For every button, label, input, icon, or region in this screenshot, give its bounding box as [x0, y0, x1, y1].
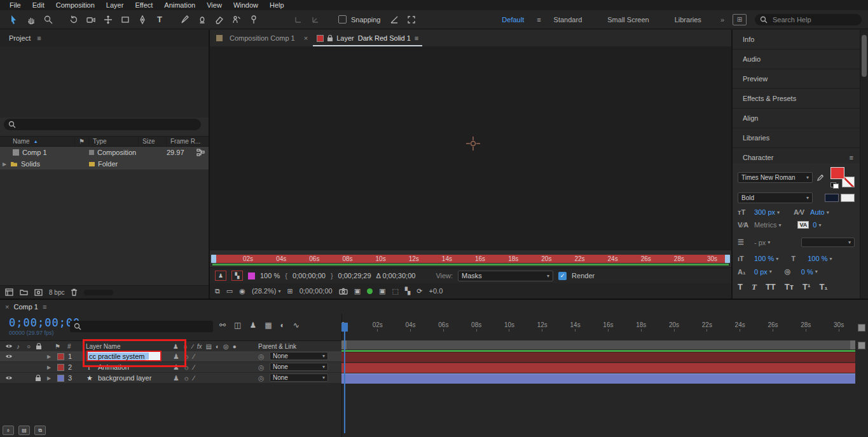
- scrollbar-thumb[interactable]: [862, 35, 867, 77]
- menu-item[interactable]: Help: [264, 0, 290, 10]
- help-search-input[interactable]: [771, 15, 850, 24]
- menu-item[interactable]: Layer: [100, 0, 130, 10]
- parent-pickwhip-icon[interactable]: ◎: [258, 373, 265, 383]
- exposure-value[interactable]: +0.0: [429, 287, 443, 295]
- lock-icon[interactable]: [36, 373, 41, 383]
- parent-select[interactable]: None ▾: [270, 363, 328, 371]
- menu-item[interactable]: Edit: [27, 0, 50, 10]
- tracking-metrics-value[interactable]: Metrics▾: [754, 221, 781, 229]
- work-area-end-handle[interactable]: [725, 255, 730, 263]
- label-color-swatch[interactable]: [57, 373, 64, 383]
- panel-header[interactable]: Audio: [733, 50, 860, 69]
- font-size-value[interactable]: 300 px▾: [754, 208, 780, 216]
- quality-toggle-icon[interactable]: ∕: [193, 353, 195, 360]
- render-checkbox[interactable]: ✓: [558, 272, 567, 280]
- set-black-swatch[interactable]: [825, 194, 839, 202]
- parent-select[interactable]: None ▾: [270, 352, 328, 360]
- label-color-swatch[interactable]: [57, 362, 64, 372]
- in-time[interactable]: 0;00;00;00: [293, 272, 326, 279]
- pan-behind-tool-icon[interactable]: [100, 12, 116, 27]
- solo-icon[interactable]: ○: [27, 341, 31, 351]
- project-search-input[interactable]: [20, 120, 149, 129]
- transparency-grid-icon[interactable]: ▚: [405, 287, 410, 295]
- type-tool-icon[interactable]: T: [152, 12, 167, 27]
- label-color-swatch[interactable]: [57, 351, 64, 361]
- composition-mini-flowchart-icon[interactable]: ⚯: [219, 321, 226, 330]
- column-header-type[interactable]: Type: [89, 137, 139, 146]
- number-column-header[interactable]: #: [67, 341, 71, 351]
- fill-stroke-swatches[interactable]: [830, 167, 855, 187]
- selection-tool-icon[interactable]: [6, 12, 22, 27]
- bit-depth-button[interactable]: 8 bpc: [49, 289, 64, 296]
- current-time-indicator-line[interactable]: [344, 332, 345, 433]
- audio-icon[interactable]: ♪: [17, 341, 20, 351]
- fx-column-icon[interactable]: fx: [197, 343, 202, 350]
- brush-tool-icon[interactable]: [177, 12, 193, 27]
- comp-button-icon[interactable]: [858, 342, 865, 349]
- shy-toggle-icon[interactable]: ♟: [173, 374, 179, 382]
- faux-style-button[interactable]: TT: [766, 282, 776, 292]
- tracking-value[interactable]: 0▾: [813, 221, 821, 229]
- view-mode-select[interactable]: Masks ▾: [458, 271, 553, 281]
- faux-style-button[interactable]: T: [752, 282, 757, 292]
- expand-icon[interactable]: ▶: [47, 351, 51, 361]
- snapping-checkbox[interactable]: [338, 15, 347, 24]
- frame-blending-icon[interactable]: ▦: [265, 321, 272, 330]
- menu-item[interactable]: Window: [228, 0, 264, 10]
- stroke-width-value[interactable]: - px▾: [754, 239, 770, 246]
- resolution-icon[interactable]: ▣: [379, 287, 385, 295]
- column-header-framerate[interactable]: Frame R...: [167, 137, 209, 146]
- parent-link-column-header[interactable]: Parent & Link: [258, 341, 296, 351]
- parent-select[interactable]: None ▾: [270, 373, 328, 382]
- draft-3d-icon[interactable]: ◫: [234, 321, 241, 330]
- eye-icon[interactable]: [5, 351, 13, 361]
- channels-icon[interactable]: ◉: [239, 287, 245, 295]
- timeline-search[interactable]: [70, 321, 213, 332]
- work-area-start-handle[interactable]: [211, 255, 216, 263]
- workspace-tab-default[interactable]: Default: [489, 16, 537, 24]
- project-flowchart-icon[interactable]: [5, 288, 13, 296]
- stroke-style-select[interactable]: ▾: [801, 238, 855, 247]
- exposure-reset-icon[interactable]: ⟳: [417, 287, 422, 295]
- new-composition-icon[interactable]: [34, 289, 43, 296]
- panel-menu-icon[interactable]: ≡: [37, 34, 41, 42]
- project-row-comp1[interactable]: Comp 1 Composition 29.97: [0, 147, 209, 158]
- project-search[interactable]: [4, 119, 201, 130]
- camera-tool-icon[interactable]: [83, 12, 99, 27]
- menu-item[interactable]: Animation: [158, 0, 201, 10]
- baseline-shift-value[interactable]: 0 px▾: [754, 268, 772, 276]
- quality-column-icon[interactable]: ∕: [192, 343, 193, 350]
- magnification-select[interactable]: (28.2%) ▾: [252, 287, 281, 295]
- expand-icon[interactable]: ▶: [3, 161, 10, 167]
- tsume-value[interactable]: 0 %▾: [801, 268, 818, 276]
- faux-style-button[interactable]: T: [738, 282, 743, 292]
- close-tab-icon[interactable]: ×: [301, 34, 310, 42]
- snap-bounds-icon[interactable]: [404, 12, 419, 27]
- out-brace-icon[interactable]: }: [331, 272, 333, 279]
- panel-header[interactable]: Align: [733, 109, 860, 128]
- layer-bar-1[interactable]: [341, 352, 855, 362]
- menu-item[interactable]: View: [201, 0, 228, 10]
- out-time[interactable]: 0;00;29;29: [338, 272, 371, 279]
- collapse-toggle-icon[interactable]: ☼: [183, 374, 189, 382]
- clone-stamp-tool-icon[interactable]: [195, 12, 210, 27]
- region-of-interest-icon[interactable]: ⬚: [392, 287, 398, 295]
- grid-guides-icon[interactable]: ⊞: [287, 287, 293, 295]
- workspace-tab-libraries[interactable]: Libraries: [662, 16, 714, 24]
- expand-inout-icon[interactable]: ⧉: [34, 426, 46, 435]
- view-grid-icon[interactable]: ▚: [231, 271, 243, 281]
- comp-marker-bin-icon[interactable]: [858, 324, 865, 332]
- snapshot-camera-icon[interactable]: [339, 288, 348, 295]
- view-transparent-icon[interactable]: ♟: [215, 271, 226, 281]
- timeline-tab[interactable]: Comp 1: [13, 303, 38, 311]
- label-column-icon[interactable]: ⚑: [55, 341, 60, 351]
- panel-header[interactable]: Effects & Presets: [733, 89, 860, 109]
- expand-layer-switches-icon[interactable]: ⌽: [3, 426, 14, 435]
- font-family-select[interactable]: Times New Roman ▾: [738, 172, 813, 183]
- puppet-pin-tool-icon[interactable]: [246, 12, 261, 27]
- project-panel-tab[interactable]: Project: [9, 34, 31, 42]
- panel-header[interactable]: Preview: [733, 69, 860, 89]
- opacity-value[interactable]: 100 %: [260, 272, 280, 279]
- project-row-solids[interactable]: ▶ Solids Folder: [0, 158, 209, 170]
- threed-column-icon[interactable]: ●: [233, 343, 237, 350]
